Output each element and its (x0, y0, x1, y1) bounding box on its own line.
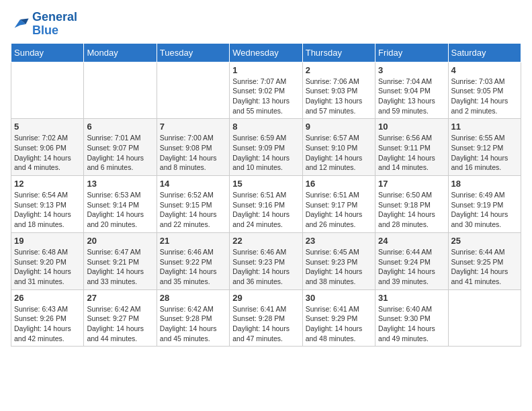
weekday-header-wednesday: Wednesday (230, 43, 302, 62)
calendar-cell: 18Sunrise: 6:49 AMSunset: 9:19 PMDayligh… (448, 176, 521, 233)
calendar-cell: 15Sunrise: 6:51 AMSunset: 9:16 PMDayligh… (230, 176, 302, 233)
calendar-cell: 21Sunrise: 6:46 AMSunset: 9:22 PMDayligh… (157, 232, 229, 289)
day-number: 1 (232, 65, 299, 75)
calendar-table: SundayMondayTuesdayWednesdayThursdayFrid… (11, 43, 521, 347)
calendar-cell: 9Sunrise: 6:57 AMSunset: 9:10 PMDaylight… (302, 119, 375, 176)
day-info: Sunrise: 6:43 AMSunset: 9:26 PMDaylight:… (14, 304, 81, 344)
day-number: 30 (306, 293, 372, 303)
day-number: 4 (451, 65, 518, 75)
calendar-cell: 4Sunrise: 7:03 AMSunset: 9:05 PMDaylight… (448, 62, 521, 119)
day-number: 7 (160, 122, 226, 132)
day-number: 28 (160, 293, 226, 303)
day-info: Sunrise: 6:55 AMSunset: 9:12 PMDaylight:… (451, 133, 518, 173)
day-info: Sunrise: 6:52 AMSunset: 9:15 PMDaylight:… (160, 190, 226, 230)
day-info: Sunrise: 6:54 AMSunset: 9:13 PMDaylight:… (14, 190, 81, 230)
day-info: Sunrise: 7:03 AMSunset: 9:05 PMDaylight:… (451, 77, 518, 116)
day-info: Sunrise: 6:53 AMSunset: 9:14 PMDaylight:… (87, 190, 153, 230)
day-info: Sunrise: 6:49 AMSunset: 9:19 PMDaylight:… (451, 190, 518, 230)
calendar-cell: 23Sunrise: 6:45 AMSunset: 9:23 PMDayligh… (302, 232, 375, 289)
day-info: Sunrise: 6:45 AMSunset: 9:23 PMDaylight:… (306, 247, 372, 287)
calendar-cell (84, 62, 157, 119)
calendar-cell: 8Sunrise: 6:59 AMSunset: 9:09 PMDaylight… (230, 119, 302, 176)
day-number: 18 (451, 179, 518, 189)
day-number: 9 (306, 122, 372, 132)
week-row-2: 5Sunrise: 7:02 AMSunset: 9:06 PMDaylight… (11, 119, 521, 176)
day-number: 23 (306, 236, 372, 246)
calendar-cell: 3Sunrise: 7:04 AMSunset: 9:04 PMDaylight… (375, 62, 448, 119)
day-number: 22 (232, 236, 299, 246)
day-info: Sunrise: 6:44 AMSunset: 9:24 PMDaylight:… (378, 247, 445, 287)
day-info: Sunrise: 7:00 AMSunset: 9:08 PMDaylight:… (160, 133, 226, 173)
calendar-cell: 26Sunrise: 6:43 AMSunset: 9:26 PMDayligh… (11, 289, 84, 347)
calendar-cell: 17Sunrise: 6:50 AMSunset: 9:18 PMDayligh… (375, 176, 448, 233)
day-number: 21 (160, 236, 226, 246)
day-number: 12 (14, 179, 81, 189)
logo-text: General Blue (32, 11, 77, 38)
day-info: Sunrise: 7:04 AMSunset: 9:04 PMDaylight:… (378, 77, 445, 116)
weekday-header-tuesday: Tuesday (157, 43, 229, 62)
calendar-cell (11, 62, 84, 119)
day-info: Sunrise: 6:51 AMSunset: 9:16 PMDaylight:… (232, 190, 299, 230)
calendar-cell: 28Sunrise: 6:42 AMSunset: 9:28 PMDayligh… (157, 289, 229, 347)
page-header: General Blue (11, 11, 521, 38)
day-info: Sunrise: 6:57 AMSunset: 9:10 PMDaylight:… (306, 133, 372, 173)
day-number: 10 (378, 122, 445, 132)
calendar-cell: 12Sunrise: 6:54 AMSunset: 9:13 PMDayligh… (11, 176, 84, 233)
day-info: Sunrise: 6:42 AMSunset: 9:28 PMDaylight:… (160, 304, 226, 344)
day-number: 24 (378, 236, 445, 246)
calendar-cell: 13Sunrise: 6:53 AMSunset: 9:14 PMDayligh… (84, 176, 157, 233)
calendar-cell: 31Sunrise: 6:40 AMSunset: 9:30 PMDayligh… (375, 289, 448, 347)
day-number: 15 (232, 179, 299, 189)
day-info: Sunrise: 7:06 AMSunset: 9:03 PMDaylight:… (306, 77, 372, 116)
day-number: 2 (306, 65, 372, 75)
calendar-cell: 20Sunrise: 6:47 AMSunset: 9:21 PMDayligh… (84, 232, 157, 289)
weekday-header-row: SundayMondayTuesdayWednesdayThursdayFrid… (11, 43, 521, 62)
day-number: 31 (378, 293, 445, 303)
day-info: Sunrise: 6:42 AMSunset: 9:27 PMDaylight:… (87, 304, 153, 344)
day-info: Sunrise: 6:56 AMSunset: 9:11 PMDaylight:… (378, 133, 445, 173)
day-info: Sunrise: 6:46 AMSunset: 9:22 PMDaylight:… (160, 247, 226, 287)
day-info: Sunrise: 7:01 AMSunset: 9:07 PMDaylight:… (87, 133, 153, 173)
calendar-cell: 1Sunrise: 7:07 AMSunset: 9:02 PMDaylight… (230, 62, 302, 119)
logo: General Blue (11, 11, 77, 38)
day-number: 17 (378, 179, 445, 189)
week-row-3: 12Sunrise: 6:54 AMSunset: 9:13 PMDayligh… (11, 176, 521, 233)
calendar-cell (157, 62, 229, 119)
day-number: 26 (14, 293, 81, 303)
day-number: 11 (451, 122, 518, 132)
calendar-cell: 2Sunrise: 7:06 AMSunset: 9:03 PMDaylight… (302, 62, 375, 119)
calendar-cell: 10Sunrise: 6:56 AMSunset: 9:11 PMDayligh… (375, 119, 448, 176)
day-info: Sunrise: 7:07 AMSunset: 9:02 PMDaylight:… (232, 77, 299, 116)
weekday-header-thursday: Thursday (302, 43, 375, 62)
day-number: 25 (451, 236, 518, 246)
weekday-header-monday: Monday (84, 43, 157, 62)
calendar-cell: 30Sunrise: 6:41 AMSunset: 9:29 PMDayligh… (302, 289, 375, 347)
calendar-cell: 5Sunrise: 7:02 AMSunset: 9:06 PMDaylight… (11, 119, 84, 176)
calendar-cell: 19Sunrise: 6:48 AMSunset: 9:20 PMDayligh… (11, 232, 84, 289)
calendar-cell: 27Sunrise: 6:42 AMSunset: 9:27 PMDayligh… (84, 289, 157, 347)
day-number: 19 (14, 236, 81, 246)
day-info: Sunrise: 6:59 AMSunset: 9:09 PMDaylight:… (232, 133, 299, 173)
week-row-4: 19Sunrise: 6:48 AMSunset: 9:20 PMDayligh… (11, 232, 521, 289)
week-row-5: 26Sunrise: 6:43 AMSunset: 9:26 PMDayligh… (11, 289, 521, 347)
day-info: Sunrise: 6:44 AMSunset: 9:25 PMDaylight:… (451, 247, 518, 287)
calendar-cell (448, 289, 521, 347)
calendar-cell: 14Sunrise: 6:52 AMSunset: 9:15 PMDayligh… (157, 176, 229, 233)
weekday-header-sunday: Sunday (11, 43, 84, 62)
day-info: Sunrise: 6:48 AMSunset: 9:20 PMDaylight:… (14, 247, 81, 287)
day-info: Sunrise: 6:50 AMSunset: 9:18 PMDaylight:… (378, 190, 445, 230)
day-number: 27 (87, 293, 153, 303)
calendar-cell: 29Sunrise: 6:41 AMSunset: 9:28 PMDayligh… (230, 289, 302, 347)
calendar-cell: 24Sunrise: 6:44 AMSunset: 9:24 PMDayligh… (375, 232, 448, 289)
day-info: Sunrise: 6:51 AMSunset: 9:17 PMDaylight:… (306, 190, 372, 230)
day-number: 16 (306, 179, 372, 189)
day-info: Sunrise: 7:02 AMSunset: 9:06 PMDaylight:… (14, 133, 81, 173)
calendar-cell: 11Sunrise: 6:55 AMSunset: 9:12 PMDayligh… (448, 119, 521, 176)
day-number: 8 (232, 122, 299, 132)
day-number: 13 (87, 179, 153, 189)
day-number: 29 (232, 293, 299, 303)
calendar-cell: 25Sunrise: 6:44 AMSunset: 9:25 PMDayligh… (448, 232, 521, 289)
day-info: Sunrise: 6:41 AMSunset: 9:29 PMDaylight:… (306, 304, 372, 344)
day-number: 5 (14, 122, 81, 132)
day-info: Sunrise: 6:41 AMSunset: 9:28 PMDaylight:… (232, 304, 299, 344)
